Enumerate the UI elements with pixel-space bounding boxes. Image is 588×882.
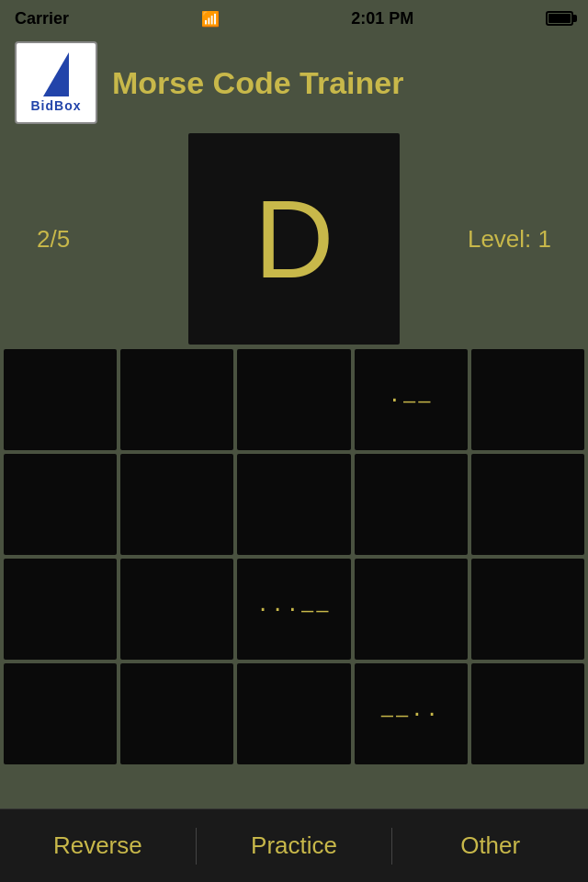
morse-cell-r3c2[interactable] [237,663,350,764]
tab-reverse-label: Reverse [53,831,142,860]
progress-label: 2/5 [37,225,70,254]
tab-practice-label: Practice [251,831,337,860]
morse-cell-r2c2[interactable]: ···—— [237,559,350,660]
app-title: Morse Code Trainer [112,65,403,101]
logo-text: BidBox [31,98,82,113]
logo-triangle-icon [43,52,69,96]
morse-cell-r2c0[interactable] [4,559,117,660]
letter-section: 2/5 D Level: 1 [0,129,588,349]
morse-cell-r1c2[interactable] [237,454,350,555]
morse-cell-r1c1[interactable] [120,454,233,555]
tab-reverse[interactable]: Reverse [0,809,196,882]
morse-cell-r2c4[interactable] [471,559,584,660]
wifi-icon: 📶 [201,10,220,28]
morse-cell-r3c3[interactable]: ——·· [355,663,468,764]
morse-cell-content-r2c2: ···—— [256,598,331,621]
morse-cell-r2c1[interactable] [120,559,233,660]
morse-cell-r1c3[interactable] [355,454,468,555]
battery-area [546,11,573,26]
carrier-label: Carrier [15,9,69,28]
morse-grid: ·——···————·· [0,349,588,764]
morse-cell-r2c3[interactable] [355,559,468,660]
morse-cell-r0c3[interactable]: ·—— [355,349,468,450]
battery-icon [546,11,573,26]
tab-other[interactable]: Other [392,809,588,882]
morse-cell-content-r0c3: ·—— [389,389,434,412]
current-letter: D [254,184,334,294]
tab-other-label: Other [460,831,520,860]
tab-practice[interactable]: Practice [197,809,392,882]
morse-cell-r3c0[interactable] [4,663,117,764]
status-bar: Carrier 📶 2:01 PM [0,0,588,37]
morse-cell-r1c4[interactable] [471,454,584,555]
morse-cell-r0c1[interactable] [120,349,233,450]
app-header: BidBox Morse Code Trainer [0,37,588,129]
morse-cell-r0c4[interactable] [471,349,584,450]
time-label: 2:01 PM [351,9,413,28]
morse-cell-r0c0[interactable] [4,349,117,450]
morse-cell-r0c2[interactable] [237,349,350,450]
morse-cell-r3c4[interactable] [471,663,584,764]
tab-bar: Reverse Practice Other [0,808,588,882]
letter-box: D [188,133,400,345]
morse-cell-r1c0[interactable] [4,454,117,555]
level-label: Level: 1 [468,225,551,254]
morse-cell-content-r3c3: ——·· [381,703,441,726]
logo: BidBox [15,41,97,124]
morse-cell-r3c1[interactable] [120,663,233,764]
